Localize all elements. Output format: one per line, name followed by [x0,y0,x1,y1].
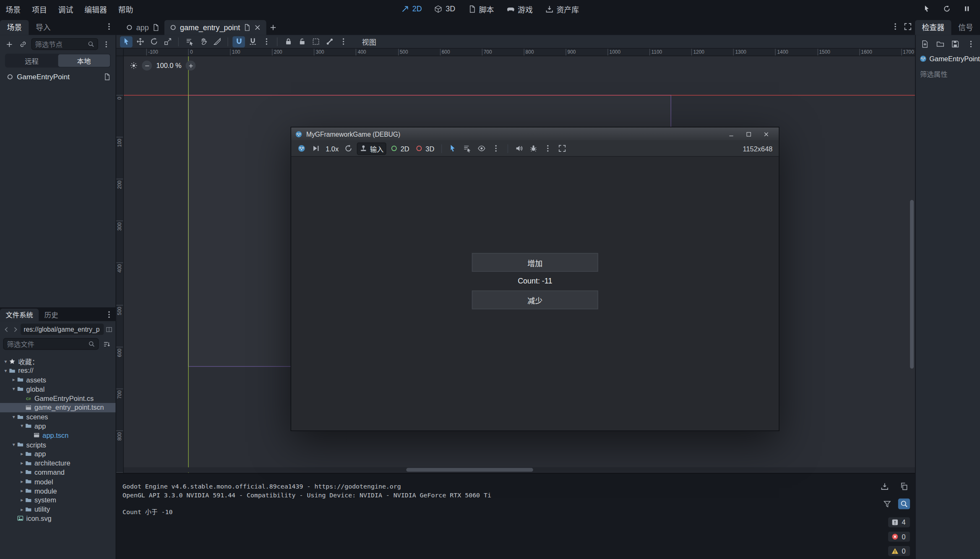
unlock-object-button[interactable] [296,36,308,47]
tab-close-icon[interactable] [254,24,261,31]
file-filter-input[interactable] [7,340,88,348]
more-options-button[interactable] [542,142,555,155]
filesystem-dock-menu-icon[interactable] [105,310,113,318]
decrease-button[interactable]: 减少 [472,291,598,309]
file-app[interactable]: ▾app [0,421,116,431]
copy-log-button[interactable] [898,481,910,491]
zoom-out-button[interactable] [142,61,152,71]
tab-node[interactable]: 信号 [951,20,980,35]
scale-tool-button[interactable] [161,36,174,47]
snap-options-button[interactable] [260,36,273,47]
menu-project[interactable]: 项目 [26,2,53,16]
load-resource-button[interactable] [935,38,945,49]
mode-3d-button[interactable]: 3D [413,142,436,155]
reload-scene-button[interactable] [342,142,355,155]
pan-tool-button[interactable] [197,36,209,47]
file-filter-field[interactable] [3,338,99,350]
add-node-button[interactable] [4,39,15,50]
tree-arrow[interactable]: ▸ [19,507,25,512]
scene-tab-game-entry-point[interactable]: game_entry_point [164,20,266,35]
scene-dock-menu-icon[interactable] [105,22,113,30]
file-app.tscn[interactable]: app.tscn [0,431,116,440]
tree-arrow[interactable]: ▸ [19,451,25,456]
file-command[interactable]: ▸command [0,468,116,477]
center-view-button[interactable] [129,61,139,71]
camera-options-button[interactable] [490,142,503,155]
file-icon.svg[interactable]: icon.svg [0,514,116,523]
skeleton-options-button[interactable] [323,36,336,47]
instance-scene-button[interactable] [18,39,29,50]
embed-window-button[interactable] [556,142,569,155]
zoom-level[interactable]: 100.0 % [155,62,182,69]
view-menu-button[interactable]: 视图 [357,36,381,47]
move-tool-button[interactable] [134,36,146,47]
file-utility[interactable]: ▸utility [0,504,116,514]
scene-filter-input[interactable] [35,40,87,48]
mode-2d-button[interactable]: 2D [388,142,411,155]
tab-scene[interactable]: 场景 [0,20,29,35]
file-item[interactable]: ▾收藏： [0,357,116,366]
tab-filesystem[interactable]: 文件系统 [0,309,39,321]
tab-history[interactable]: 历史 [39,309,64,321]
select-mode-button[interactable] [447,142,459,155]
canvas-hscrollbar[interactable] [406,468,533,472]
menu-help[interactable]: 帮助 [112,2,139,16]
lock-object-button[interactable] [282,36,295,47]
scene-tree-options-button[interactable] [101,39,112,50]
group-object-button[interactable] [309,36,322,47]
tree-arrow[interactable]: ▸ [10,377,17,382]
file-assets[interactable]: ▸assets [0,375,116,385]
tree-arrow[interactable]: ▸ [19,460,25,465]
sort-files-button[interactable] [101,338,112,350]
input-toggle-button[interactable]: 输入 [357,142,386,155]
toggle-visibility-button[interactable] [476,142,488,155]
mute-audio-button[interactable] [513,142,526,155]
segment-local[interactable]: 本地 [58,55,110,67]
debug-options-button[interactable] [527,142,540,155]
scene-root-node[interactable]: GameEntryPoint [0,69,116,81]
save-log-button[interactable] [879,481,891,491]
tab-inspector[interactable]: 检查器 [915,20,951,35]
remote-pick-button[interactable] [921,3,933,14]
next-frame-button[interactable] [309,142,322,155]
tree-arrow[interactable]: ▸ [19,488,25,494]
zoom-in-button[interactable] [186,61,196,71]
reload-project-button[interactable] [941,3,953,14]
new-scene-tab-button[interactable] [266,20,280,35]
select-tool-button[interactable] [120,36,133,47]
tree-arrow[interactable]: ▾ [10,386,17,392]
tree-arrow[interactable]: ▾ [19,423,25,429]
attached-script-icon[interactable] [103,73,111,81]
scene-tab-app[interactable]: app [121,20,164,35]
rotate-tool-button[interactable] [148,36,160,47]
grid-snap-button[interactable] [246,36,259,47]
workspace-script[interactable]: 脚本 [462,2,499,16]
save-resource-button[interactable] [950,38,961,49]
file-global[interactable]: ▾global [0,385,116,394]
file-scripts[interactable]: ▾scripts [0,440,116,449]
file-scenes[interactable]: ▾scenes [0,412,116,421]
debug-menu-button[interactable] [295,142,308,155]
distraction-free-icon[interactable] [904,22,912,30]
canvas-vscrollbar[interactable] [910,200,914,369]
file-module[interactable]: ▸module [0,486,116,495]
file-app[interactable]: ▸app [0,449,116,458]
tree-arrow[interactable]: ▾ [3,359,9,364]
file-architecture[interactable]: ▸architecture [0,458,116,468]
scene-tab-list-icon[interactable] [891,22,899,30]
game-titlebar[interactable]: MyGFrameworkGame (DEBUG) [291,127,779,140]
tree-arrow[interactable]: ▸ [19,479,25,484]
speed-button[interactable]: 1.0x [324,142,341,155]
close-button[interactable] [758,127,775,140]
inspected-node-row[interactable]: GameEntryPoint... [916,51,980,62]
errors-badge[interactable]: 0 [888,532,910,542]
forward-icon[interactable] [12,326,18,333]
filter-log-button[interactable] [881,499,893,509]
tree-arrow[interactable]: ▾ [10,442,17,447]
split-view-icon[interactable] [106,326,112,333]
ruler-tool-button[interactable] [211,36,223,47]
menu-debug[interactable]: 调试 [52,2,79,16]
search-log-button[interactable] [898,499,910,509]
menu-editor[interactable]: 编辑器 [79,2,112,16]
workspace-3d[interactable]: 3D [429,3,461,15]
